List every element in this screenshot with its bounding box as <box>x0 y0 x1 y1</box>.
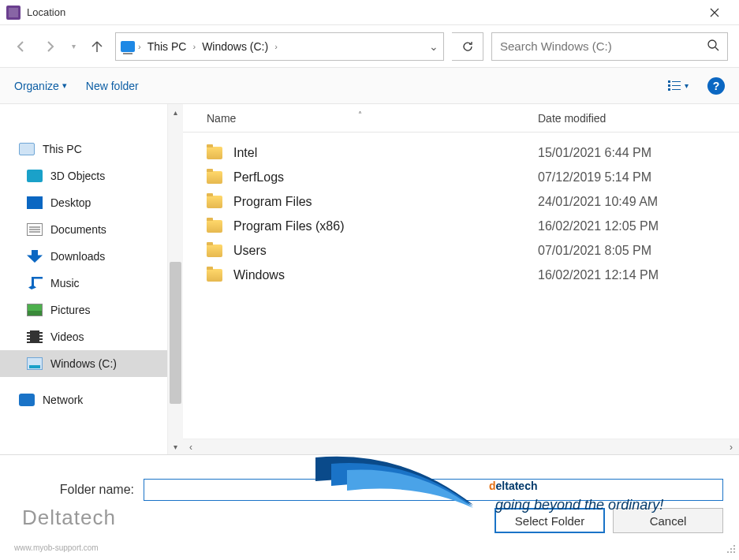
forward-button[interactable] <box>39 36 60 57</box>
file-date: 07/01/2021 8:05 PM <box>538 244 651 258</box>
file-row[interactable]: Windows16/02/2021 12:14 PM <box>183 263 739 287</box>
search-box[interactable] <box>491 32 728 61</box>
sidebar-item-label: 3D Objects <box>50 170 105 182</box>
chevron-right-icon: › <box>192 42 196 51</box>
sidebar-item[interactable]: Windows (C:) <box>0 350 167 377</box>
scroll-right-icon[interactable]: › <box>723 442 739 453</box>
chevron-right-icon: › <box>274 42 278 51</box>
sidebar-item-label: Desktop <box>50 196 91 209</box>
folder-type-icon <box>27 170 43 182</box>
svg-rect-2 <box>672 81 681 82</box>
nav-row: ▾ › This PC › Windows (C:) › ⌄ <box>0 25 739 68</box>
folder-icon <box>207 269 222 282</box>
view-menu[interactable]: ▾ <box>667 79 689 93</box>
toolbar: Organize ▾ New folder ▾ ? <box>0 68 739 104</box>
sidebar-item[interactable]: Desktop <box>0 189 167 216</box>
chevron-down-icon: ▾ <box>62 80 67 91</box>
sidebar-item[interactable]: 3D Objects <box>0 162 167 189</box>
help-button[interactable]: ? <box>707 77 725 95</box>
sidebar-item-label: Videos <box>50 330 84 343</box>
folder-name-input[interactable] <box>144 479 723 501</box>
column-date-label: Date modified <box>538 112 606 125</box>
address-bar[interactable]: › This PC › Windows (C:) › ⌄ <box>115 32 444 61</box>
organize-menu[interactable]: Organize ▾ <box>14 80 67 92</box>
scroll-thumb[interactable] <box>170 262 181 404</box>
chevron-down-icon: ▾ <box>685 81 689 90</box>
sidebar-item[interactable]: Downloads <box>0 243 167 270</box>
search-icon[interactable] <box>707 39 719 54</box>
url-watermark: www.myob-support.com <box>14 543 99 552</box>
file-date: 15/01/2021 6:44 PM <box>538 146 651 160</box>
column-headers: Name ˄ Date modified <box>183 104 739 133</box>
file-row[interactable]: Program Files (x86)16/02/2021 12:05 PM <box>183 214 739 238</box>
sidebar-item[interactable]: Music <box>0 270 167 297</box>
sidebar-scrollbar[interactable]: ▴ ▾ <box>167 104 183 454</box>
address-dropdown[interactable]: ⌄ <box>429 40 439 53</box>
sidebar-root-label: This PC <box>43 143 82 155</box>
file-name: Program Files <box>233 195 538 209</box>
file-date: 07/12/2019 5:14 PM <box>538 170 651 185</box>
scroll-left-icon[interactable]: ‹ <box>183 442 199 453</box>
resize-grip-icon[interactable] <box>725 543 736 554</box>
file-name: PerfLogs <box>233 170 538 185</box>
file-row[interactable]: Users07/01/2021 8:05 PM <box>183 238 739 263</box>
folder-type-icon <box>27 357 43 370</box>
breadcrumb-drive[interactable]: Windows (C:) <box>199 39 271 54</box>
svg-rect-3 <box>668 84 670 87</box>
chevron-right-icon: › <box>138 42 141 51</box>
file-name: Intel <box>233 146 538 160</box>
column-date[interactable]: Date modified <box>538 112 606 125</box>
sidebar-item[interactable]: Videos <box>0 323 167 350</box>
body: This PC 3D ObjectsDesktopDocumentsDownlo… <box>0 104 739 454</box>
file-row[interactable]: Intel15/01/2021 6:44 PM <box>183 140 739 165</box>
file-date: 16/02/2021 12:14 PM <box>538 268 659 282</box>
arrow-up-icon <box>90 39 104 54</box>
horizontal-scrollbar[interactable]: ‹ › <box>183 439 739 454</box>
breadcrumb-root[interactable]: This PC <box>144 39 190 54</box>
new-folder-button[interactable]: New folder <box>86 80 139 92</box>
search-input[interactable] <box>500 39 707 53</box>
svg-rect-4 <box>672 85 681 86</box>
svg-point-12 <box>733 551 735 553</box>
refresh-button[interactable] <box>452 32 483 61</box>
footer: Folder name: Select Folder Cancel Deltat… <box>0 454 739 557</box>
network-icon <box>19 394 35 406</box>
button-row: Select Folder Cancel <box>495 508 723 533</box>
folder-icon <box>207 196 222 208</box>
column-name[interactable]: Name ˄ <box>207 112 538 125</box>
scroll-up-icon[interactable]: ▴ <box>168 104 183 120</box>
sidebar-item-label: Music <box>50 277 80 289</box>
folder-icon <box>207 245 222 257</box>
sidebar-item-label: Pictures <box>50 304 91 316</box>
svg-point-9 <box>733 548 735 550</box>
sidebar-network[interactable]: Network <box>0 386 167 413</box>
file-date: 24/01/2021 10:49 AM <box>538 195 658 209</box>
main-panel: Name ˄ Date modified Intel15/01/2021 6:4… <box>183 104 739 454</box>
scroll-down-icon[interactable]: ▾ <box>168 439 183 454</box>
cancel-button[interactable]: Cancel <box>613 508 723 533</box>
arrow-right-icon <box>43 39 57 54</box>
svg-rect-1 <box>668 80 670 83</box>
sidebar-root-thispc[interactable]: This PC <box>0 136 167 162</box>
svg-point-10 <box>727 551 729 553</box>
folder-icon <box>207 147 222 159</box>
close-button[interactable] <box>696 0 733 25</box>
recent-dropdown[interactable]: ▾ <box>68 36 79 57</box>
arrow-left-icon <box>14 39 28 54</box>
back-button[interactable] <box>11 36 32 57</box>
sidebar-item[interactable]: Documents <box>0 216 167 243</box>
pc-icon <box>19 143 35 155</box>
file-list: Intel15/01/2021 6:44 PMPerfLogs07/12/201… <box>183 133 739 439</box>
file-row[interactable]: PerfLogs07/12/2019 5:14 PM <box>183 165 739 189</box>
folder-type-icon <box>27 304 43 316</box>
select-folder-button[interactable]: Select Folder <box>495 508 605 533</box>
svg-point-7 <box>733 545 735 547</box>
close-icon <box>710 8 719 17</box>
sidebar-item-label: Windows (C:) <box>50 357 117 370</box>
sidebar-item[interactable]: Pictures <box>0 297 167 323</box>
file-row[interactable]: Program Files24/01/2021 10:49 AM <box>183 189 739 214</box>
folder-type-icon <box>27 330 43 343</box>
up-button[interactable] <box>87 36 107 57</box>
sidebar-wrap: This PC 3D ObjectsDesktopDocumentsDownlo… <box>0 104 183 454</box>
file-name: Windows <box>233 268 538 282</box>
